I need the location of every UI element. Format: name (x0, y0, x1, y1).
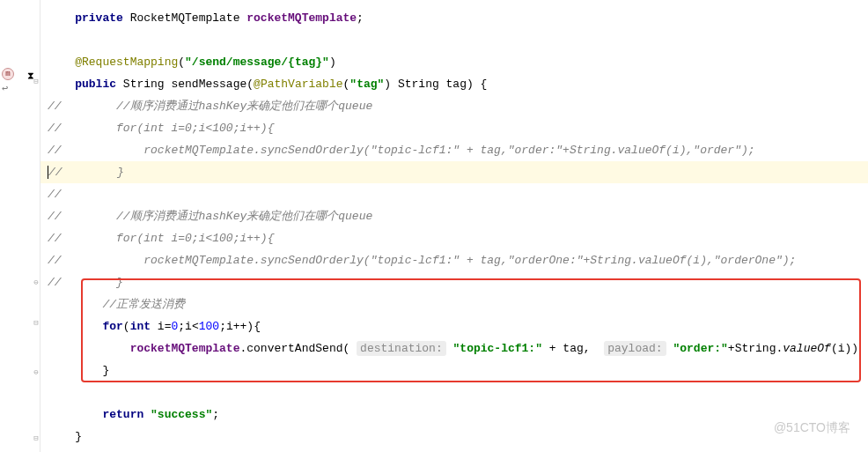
comment: // (48, 232, 62, 245)
code-line[interactable]: return "success"; (40, 404, 868, 426)
comment: } (62, 276, 123, 289)
code-line-empty[interactable] (40, 29, 868, 51)
code-line-comment[interactable]: // rocketMQTemplate.syncSendOrderly("top… (40, 249, 868, 271)
fold-marker-icon[interactable]: ⊟ (32, 434, 40, 443)
op: + tag, (542, 342, 597, 355)
punct: ; (212, 408, 219, 421)
comment: // (48, 210, 62, 223)
param: String tag (391, 78, 467, 91)
keyword: public (75, 78, 116, 91)
code-line-comment[interactable]: // } (40, 271, 868, 293)
brace: } (75, 430, 82, 443)
var: i (151, 320, 165, 333)
var: i (185, 320, 192, 333)
code-line-comment[interactable]: //正常发送消费 (40, 293, 868, 315)
code-line-comment[interactable]: // rocketMQTemplate.syncSendOrderly("top… (40, 139, 868, 161)
keyword: for (102, 320, 122, 333)
punct: ){ (246, 320, 261, 333)
code-line[interactable]: } (40, 359, 868, 382)
comment: // (48, 254, 62, 267)
comment: // (48, 166, 63, 179)
code-line-empty[interactable] (40, 382, 868, 404)
punct: ; (219, 320, 226, 333)
inlay-hint: payload: (604, 341, 666, 356)
string: "tag" (349, 78, 384, 91)
code-line-comment[interactable]: // for(int i=0;i<100;i++){ (40, 117, 868, 139)
inlay-hint: destination: (357, 341, 446, 356)
comment: rocketMQTemplate.syncSendOrderly("topic-… (62, 144, 755, 157)
request-mapping-gutter-icon[interactable]: m (2, 68, 14, 80)
gutter-arrow-icon: ↩ (2, 82, 8, 95)
string: "/send/message/{tag}" (185, 56, 329, 69)
field: rocketMQTemplate (246, 11, 357, 25)
op: +String. (728, 342, 783, 355)
keyword: return (102, 408, 143, 421)
code-line[interactable]: private RocketMQTemplate rocketMQTemplat… (40, 7, 868, 29)
code-line-comment[interactable]: // (40, 183, 868, 205)
string: "order:" (673, 342, 727, 355)
comment: for(int i=0;i<100;i++){ (62, 122, 275, 135)
punct: ) { (467, 78, 487, 91)
comment: // (48, 122, 62, 135)
punct: ( (342, 342, 357, 355)
punct: ; (178, 320, 185, 333)
code-line-comment[interactable]: // //顺序消费通过hashKey来确定他们在哪个queue (40, 95, 868, 117)
method-name: sendMessage (171, 78, 246, 91)
comment: } (63, 166, 124, 179)
type: String (116, 78, 171, 91)
punct: ) (384, 78, 391, 91)
number: 100 (199, 320, 219, 333)
punct: ; (357, 11, 364, 25)
comment: // //顺序消费通过hashKey来确定他们在哪个queue (48, 100, 372, 113)
string: "topic-lcf1:" (453, 342, 542, 355)
sp (446, 342, 453, 355)
code-line[interactable]: for(int i=0;i<100;i++){ (40, 315, 868, 337)
punct: ( (246, 78, 254, 91)
keyword: int (130, 320, 151, 333)
type: RocketMQTemplate (123, 11, 246, 25)
comment: //正常发送消费 (102, 298, 185, 311)
comment: for(int i=0;i<100;i++){ (62, 232, 275, 245)
field: rocketMQTemplate (130, 342, 240, 355)
punct: ) (329, 56, 336, 69)
editor-gutter: m ↩ ⧗ ⊟ ⊖ ⊟ ⊖ ⊟ (0, 0, 40, 452)
comment: // (48, 188, 62, 201)
annotation: @RequestMapping (75, 56, 178, 69)
fold-marker-icon[interactable]: ⊟ (32, 78, 40, 86)
sp (143, 408, 151, 421)
code-line-comment[interactable]: // //顺序消费通过hashKey来确定他们在哪个queue (40, 205, 868, 227)
string: "success" (151, 408, 212, 421)
var: i (226, 320, 233, 333)
code-line-current[interactable]: // } (40, 161, 868, 183)
annotation: @PathVariable (254, 78, 342, 91)
op: ++ (233, 320, 247, 333)
code-line[interactable]: public String sendMessage(@PathVariable(… (40, 73, 868, 95)
code-editor[interactable]: private RocketMQTemplate rocketMQTemplat… (40, 0, 868, 452)
code-line[interactable]: @RequestMapping("/send/message/{tag}") (40, 51, 868, 73)
comment: rocketMQTemplate.syncSendOrderly("topic-… (62, 254, 797, 267)
method-call: valueOf (783, 342, 831, 355)
comment: // (48, 276, 62, 289)
punct: ( (178, 56, 185, 69)
keyword: private (75, 11, 123, 25)
comment: //顺序消费通过hashKey来确定他们在哪个queue (62, 210, 373, 223)
punct: (i)) (831, 342, 858, 355)
punct: ( (123, 320, 130, 333)
code-line[interactable]: } (40, 426, 868, 448)
fold-marker-icon[interactable]: ⊖ (32, 278, 40, 287)
method-call: convertAndSend (246, 342, 342, 355)
op: < (192, 320, 199, 333)
comment: // (48, 144, 62, 157)
fold-marker-icon[interactable]: ⊖ (32, 368, 40, 377)
fold-marker-icon[interactable]: ⊟ (32, 319, 40, 328)
code-line[interactable]: rocketMQTemplate.convertAndSend( destina… (40, 337, 868, 359)
code-line-comment[interactable]: // for(int i=0;i<100;i++){ (40, 227, 868, 249)
brace: } (102, 364, 109, 377)
